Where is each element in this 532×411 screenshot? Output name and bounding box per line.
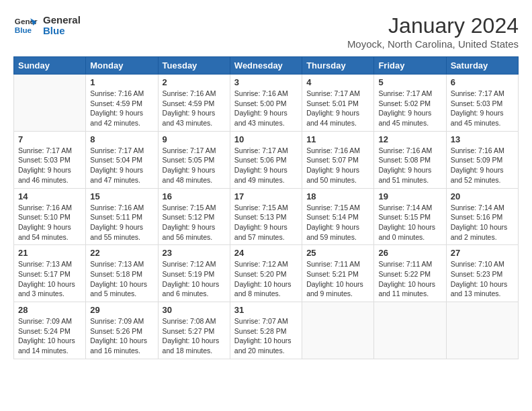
calendar-cell: 24Sunrise: 7:12 AM Sunset: 5:20 PM Dayli… <box>230 245 302 302</box>
day-info: Sunrise: 7:16 AM Sunset: 5:08 PM Dayligh… <box>378 146 441 185</box>
calendar-cell: 23Sunrise: 7:12 AM Sunset: 5:19 PM Dayli… <box>158 245 230 302</box>
calendar-cell: 2Sunrise: 7:16 AM Sunset: 4:59 PM Daylig… <box>158 75 230 132</box>
day-number: 28 <box>18 305 81 315</box>
day-info: Sunrise: 7:17 AM Sunset: 5:06 PM Dayligh… <box>234 146 298 185</box>
day-number: 14 <box>18 191 81 201</box>
day-number: 26 <box>378 248 441 258</box>
day-info: Sunrise: 7:12 AM Sunset: 5:19 PM Dayligh… <box>163 259 226 299</box>
col-header-friday: Friday <box>374 57 446 75</box>
calendar-cell: 10Sunrise: 7:17 AM Sunset: 5:06 PM Dayli… <box>230 131 302 188</box>
day-info: Sunrise: 7:16 AM Sunset: 4:59 PM Dayligh… <box>163 89 226 128</box>
day-number: 12 <box>378 134 441 144</box>
calendar-cell: 18Sunrise: 7:15 AM Sunset: 5:14 PM Dayli… <box>302 188 374 245</box>
calendar-cell: 19Sunrise: 7:14 AM Sunset: 5:15 PM Dayli… <box>374 188 446 245</box>
day-number: 27 <box>451 248 514 258</box>
calendar-cell <box>374 302 446 359</box>
calendar-cell <box>14 75 86 132</box>
day-info: Sunrise: 7:10 AM Sunset: 5:23 PM Dayligh… <box>451 259 514 299</box>
calendar-cell: 22Sunrise: 7:13 AM Sunset: 5:18 PM Dayli… <box>86 245 158 302</box>
calendar-cell: 26Sunrise: 7:11 AM Sunset: 5:22 PM Dayli… <box>374 245 446 302</box>
calendar-cell: 12Sunrise: 7:16 AM Sunset: 5:08 PM Dayli… <box>374 131 446 188</box>
day-info: Sunrise: 7:16 AM Sunset: 5:10 PM Dayligh… <box>18 203 81 242</box>
calendar-cell: 29Sunrise: 7:09 AM Sunset: 5:26 PM Dayli… <box>86 302 158 359</box>
day-number: 20 <box>451 191 514 201</box>
calendar-cell: 31Sunrise: 7:07 AM Sunset: 5:28 PM Dayli… <box>230 302 302 359</box>
calendar-cell: 11Sunrise: 7:16 AM Sunset: 5:07 PM Dayli… <box>302 131 374 188</box>
day-number: 25 <box>306 248 369 258</box>
calendar-table: SundayMondayTuesdayWednesdayThursdayFrid… <box>13 56 519 359</box>
logo-icon: General Blue <box>13 13 38 38</box>
day-info: Sunrise: 7:15 AM Sunset: 5:13 PM Dayligh… <box>234 203 298 242</box>
day-number: 13 <box>451 134 514 144</box>
col-header-thursday: Thursday <box>302 57 374 75</box>
calendar-cell: 14Sunrise: 7:16 AM Sunset: 5:10 PM Dayli… <box>14 188 86 245</box>
col-header-monday: Monday <box>86 57 158 75</box>
day-info: Sunrise: 7:16 AM Sunset: 5:11 PM Dayligh… <box>90 203 153 242</box>
calendar-cell: 1Sunrise: 7:16 AM Sunset: 4:59 PM Daylig… <box>86 75 158 132</box>
day-number: 8 <box>90 134 153 144</box>
day-info: Sunrise: 7:07 AM Sunset: 5:28 PM Dayligh… <box>234 316 298 356</box>
day-number: 5 <box>378 77 441 87</box>
calendar-cell: 7Sunrise: 7:17 AM Sunset: 5:03 PM Daylig… <box>14 131 86 188</box>
calendar-cell <box>302 302 374 359</box>
day-info: Sunrise: 7:17 AM Sunset: 5:02 PM Dayligh… <box>378 89 441 128</box>
calendar-cell: 5Sunrise: 7:17 AM Sunset: 5:02 PM Daylig… <box>374 75 446 132</box>
calendar-cell: 28Sunrise: 7:09 AM Sunset: 5:24 PM Dayli… <box>14 302 86 359</box>
week-row-5: 28Sunrise: 7:09 AM Sunset: 5:24 PM Dayli… <box>14 302 519 359</box>
day-number: 7 <box>18 134 81 144</box>
logo-text-general: General <box>43 15 81 26</box>
day-info: Sunrise: 7:12 AM Sunset: 5:20 PM Dayligh… <box>234 259 298 299</box>
calendar-cell: 3Sunrise: 7:16 AM Sunset: 5:00 PM Daylig… <box>230 75 302 132</box>
day-number: 1 <box>90 77 153 87</box>
day-number: 18 <box>306 191 369 201</box>
col-header-saturday: Saturday <box>446 57 518 75</box>
day-number: 4 <box>306 77 369 87</box>
day-number: 30 <box>163 305 226 315</box>
day-info: Sunrise: 7:13 AM Sunset: 5:18 PM Dayligh… <box>90 259 153 299</box>
col-header-sunday: Sunday <box>14 57 86 75</box>
day-number: 23 <box>163 248 226 258</box>
day-info: Sunrise: 7:15 AM Sunset: 5:12 PM Dayligh… <box>163 203 226 242</box>
col-header-wednesday: Wednesday <box>230 57 302 75</box>
calendar-cell: 9Sunrise: 7:17 AM Sunset: 5:05 PM Daylig… <box>158 131 230 188</box>
calendar-cell: 30Sunrise: 7:08 AM Sunset: 5:27 PM Dayli… <box>158 302 230 359</box>
day-info: Sunrise: 7:11 AM Sunset: 5:22 PM Dayligh… <box>378 259 441 299</box>
week-row-1: 1Sunrise: 7:16 AM Sunset: 4:59 PM Daylig… <box>14 75 519 132</box>
svg-text:Blue: Blue <box>15 26 32 34</box>
calendar-cell: 13Sunrise: 7:16 AM Sunset: 5:09 PM Dayli… <box>446 131 518 188</box>
day-number: 29 <box>90 305 153 315</box>
calendar-cell: 6Sunrise: 7:17 AM Sunset: 5:03 PM Daylig… <box>446 75 518 132</box>
day-number: 24 <box>234 248 298 258</box>
day-info: Sunrise: 7:17 AM Sunset: 5:05 PM Dayligh… <box>163 146 226 185</box>
calendar-cell: 17Sunrise: 7:15 AM Sunset: 5:13 PM Dayli… <box>230 188 302 245</box>
day-number: 22 <box>90 248 153 258</box>
week-row-3: 14Sunrise: 7:16 AM Sunset: 5:10 PM Dayli… <box>14 188 519 245</box>
day-info: Sunrise: 7:16 AM Sunset: 5:00 PM Dayligh… <box>234 89 298 128</box>
day-number: 21 <box>18 248 81 258</box>
week-row-2: 7Sunrise: 7:17 AM Sunset: 5:03 PM Daylig… <box>14 131 519 188</box>
location-title: Moyock, North Carolina, United States <box>347 38 519 50</box>
calendar-cell: 16Sunrise: 7:15 AM Sunset: 5:12 PM Dayli… <box>158 188 230 245</box>
day-number: 10 <box>234 134 298 144</box>
day-info: Sunrise: 7:11 AM Sunset: 5:21 PM Dayligh… <box>306 259 369 299</box>
day-number: 17 <box>234 191 298 201</box>
day-info: Sunrise: 7:16 AM Sunset: 5:07 PM Dayligh… <box>306 146 369 185</box>
logo: General Blue General Blue <box>13 13 81 38</box>
calendar-cell <box>446 302 518 359</box>
day-number: 9 <box>163 134 226 144</box>
day-number: 6 <box>451 77 514 87</box>
day-number: 11 <box>306 134 369 144</box>
day-number: 15 <box>90 191 153 201</box>
page-header: General Blue General Blue January 2024 M… <box>13 13 519 50</box>
day-info: Sunrise: 7:16 AM Sunset: 5:09 PM Dayligh… <box>451 146 514 185</box>
day-info: Sunrise: 7:14 AM Sunset: 5:16 PM Dayligh… <box>451 203 514 242</box>
day-number: 3 <box>234 77 298 87</box>
month-title: January 2024 <box>347 13 519 38</box>
logo-text-blue: Blue <box>43 26 81 37</box>
day-number: 31 <box>234 305 298 315</box>
calendar-cell: 27Sunrise: 7:10 AM Sunset: 5:23 PM Dayli… <box>446 245 518 302</box>
day-info: Sunrise: 7:09 AM Sunset: 5:26 PM Dayligh… <box>90 316 153 356</box>
calendar-cell: 21Sunrise: 7:13 AM Sunset: 5:17 PM Dayli… <box>14 245 86 302</box>
week-row-4: 21Sunrise: 7:13 AM Sunset: 5:17 PM Dayli… <box>14 245 519 302</box>
day-info: Sunrise: 7:17 AM Sunset: 5:03 PM Dayligh… <box>18 146 81 185</box>
